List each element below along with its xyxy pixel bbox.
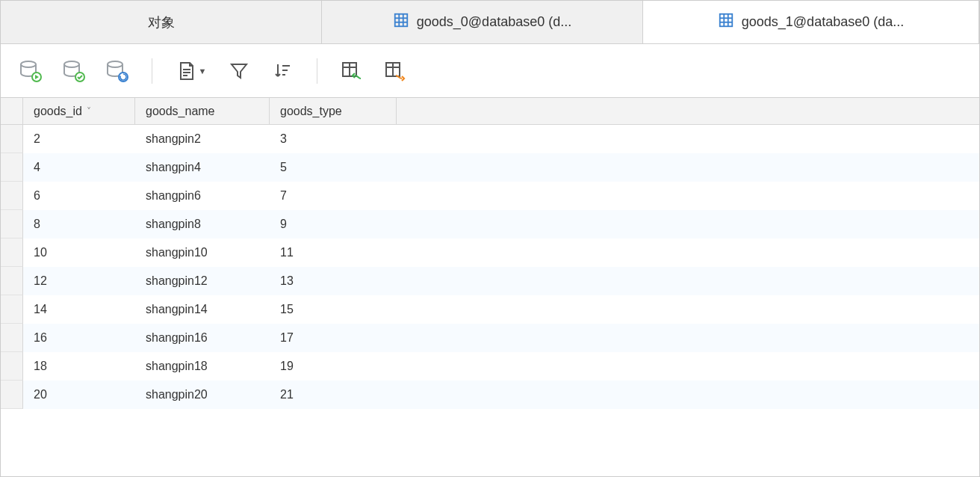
row-handle[interactable] [1,153,23,182]
row-handle[interactable] [1,210,23,238]
cell-goods_name[interactable]: shangpin6 [135,182,270,210]
export-button[interactable] [382,58,409,84]
cell-goods_name[interactable]: shangpin2 [135,125,270,153]
tab-objects[interactable]: 对象 [1,1,322,43]
cell-goods_type[interactable]: 5 [270,153,397,182]
cell-goods_name[interactable]: shangpin18 [135,352,270,381]
cell-goods_type[interactable]: 19 [270,352,397,381]
cell-goods_name[interactable]: shangpin10 [135,238,270,267]
row-handle[interactable] [1,238,23,267]
tab-label: goods_0@database0 (d... [417,14,571,30]
table-row[interactable]: 10shangpin1011 [1,238,979,267]
table-icon [393,12,409,32]
cell-goods_type[interactable]: 3 [270,125,397,153]
table-row[interactable]: 16shangpin1617 [1,324,979,352]
svg-point-12 [64,61,79,67]
svg-point-10 [21,61,36,67]
row-handle[interactable] [1,182,23,210]
cell-goods_id[interactable]: 20 [23,381,135,409]
table-row[interactable]: 12shangpin1213 [1,267,979,295]
column-header-goods-name[interactable]: goods_name [135,98,270,124]
cell-goods_type[interactable]: 7 [270,182,397,210]
cell-goods_id[interactable]: 14 [23,295,135,324]
cell-goods_type[interactable]: 17 [270,324,397,352]
column-header-row: goods_id ˅ goods_name goods_type [1,98,979,125]
svg-rect-5 [720,14,733,27]
tab-label: 对象 [148,13,175,31]
cell-goods_name[interactable]: shangpin16 [135,324,270,352]
svg-point-14 [108,61,122,67]
tab-goods0[interactable]: goods_0@database0 (d... [322,1,643,43]
refresh-button[interactable] [104,58,131,84]
row-handle[interactable] [1,324,23,352]
toolbar-separator [152,58,152,84]
cell-goods_name[interactable]: shangpin14 [135,295,270,324]
filter-button[interactable] [226,58,252,84]
column-header-goods-type[interactable]: goods_type [270,98,397,124]
column-header-goods-id[interactable]: goods_id ˅ [23,98,135,124]
table-row[interactable]: 2shangpin23 [1,125,979,153]
cell-goods_id[interactable]: 10 [23,238,135,267]
run-query-button[interactable] [17,58,44,84]
table-icon [718,12,734,32]
cell-goods_name[interactable]: shangpin4 [135,153,270,182]
cell-goods_name[interactable]: shangpin12 [135,267,270,295]
row-handle[interactable] [1,125,23,153]
sort-descending-icon: ˅ [87,106,91,117]
tab-strip: 对象 goods_0@database0 (d... goods_1@datab… [1,1,979,44]
sort-button[interactable] [269,58,296,84]
cell-goods_name[interactable]: shangpin8 [135,210,270,238]
cell-goods_id[interactable]: 4 [23,153,135,182]
column-label: goods_id [34,105,82,118]
dropdown-caret-icon: ▼ [199,67,207,76]
row-handle[interactable] [1,352,23,381]
row-handle[interactable] [1,267,23,295]
data-grid: 2shangpin234shangpin456shangpin678shangp… [1,125,979,409]
table-row[interactable]: 4shangpin45 [1,153,979,182]
toolbar: ▼ [1,44,979,98]
tab-label: goods_1@database0 (da... [742,14,904,30]
table-row[interactable]: 18shangpin1819 [1,352,979,381]
cell-goods_id[interactable]: 6 [23,182,135,210]
table-row[interactable]: 6shangpin67 [1,182,979,210]
cell-goods_type[interactable]: 9 [270,210,397,238]
cell-goods_name[interactable]: shangpin20 [135,381,270,409]
import-button[interactable] [338,58,365,84]
commit-button[interactable] [61,58,87,84]
table-row[interactable]: 20shangpin2021 [1,381,979,409]
row-handle[interactable] [1,295,23,324]
column-label: goods_type [280,105,342,118]
cell-goods_type[interactable]: 15 [270,295,397,324]
cell-goods_id[interactable]: 2 [23,125,135,153]
cell-goods_type[interactable]: 11 [270,238,397,267]
cell-goods_id[interactable]: 8 [23,210,135,238]
cell-goods_id[interactable]: 12 [23,267,135,295]
cell-goods_type[interactable]: 21 [270,381,397,409]
tab-goods1[interactable]: goods_1@database0 (da... [643,1,979,43]
text-view-button[interactable]: ▼ [173,58,209,84]
table-row[interactable]: 8shangpin89 [1,210,979,238]
toolbar-separator [317,58,317,84]
cell-goods_id[interactable]: 16 [23,324,135,352]
row-handle-header [1,98,23,124]
cell-goods_type[interactable]: 13 [270,267,397,295]
svg-rect-0 [395,14,408,27]
row-handle[interactable] [1,381,23,409]
cell-goods_id[interactable]: 18 [23,352,135,381]
table-row[interactable]: 14shangpin1415 [1,295,979,324]
column-label: goods_name [146,105,215,118]
